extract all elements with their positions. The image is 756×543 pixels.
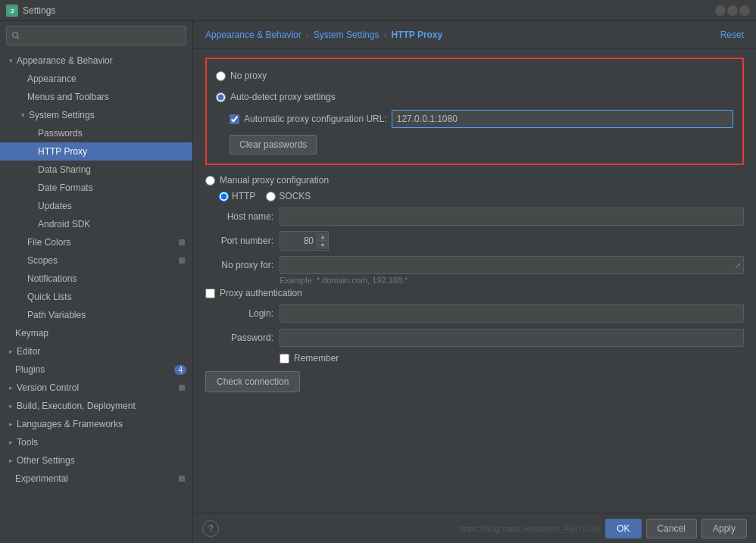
sidebar-item-updates[interactable]: Updates — [0, 197, 192, 215]
sidebar-badge-icon-scopes — [177, 256, 186, 265]
search-input[interactable] — [23, 30, 181, 41]
check-connection-button[interactable]: Check connection — [205, 371, 300, 392]
sidebar-item-experimental[interactable]: Experimental — [0, 470, 192, 488]
auto-url-checkbox[interactable] — [230, 114, 239, 124]
sidebar-item-editor[interactable]: ▸Editor — [0, 342, 192, 360]
expand-arrow-icon: ▸ — [6, 401, 15, 410]
form-area: No proxy Auto-detect proxy settings Auto… — [193, 48, 756, 513]
port-label: Port number: — [205, 236, 273, 246]
proxy-auth-checkbox[interactable] — [205, 289, 215, 298]
svg-line-3 — [17, 37, 20, 39]
app-icon: J — [6, 5, 18, 17]
sidebar-item-label-file-colors: File Colors — [27, 237, 70, 248]
sidebar-item-file-colors[interactable]: File Colors — [0, 233, 192, 251]
sidebar-item-languages-frameworks[interactable]: ▸Languages & Frameworks — [0, 415, 192, 433]
sidebar-item-build-execution-deployment[interactable]: ▸Build, Execution, Deployment — [0, 397, 192, 415]
sidebar-item-android-sdk[interactable]: Android SDK — [0, 215, 192, 233]
expand-arrow-icon: ▸ — [6, 456, 15, 465]
auto-url-input[interactable] — [392, 110, 733, 128]
sidebar-item-label-passwords: Passwords — [38, 128, 83, 139]
no-proxy-radio[interactable] — [216, 71, 226, 81]
sidebar-item-http-proxy[interactable]: HTTP Proxy — [0, 142, 192, 161]
sidebar-item-menus-toolbars[interactable]: Menus and Toolbars — [0, 88, 192, 106]
host-input[interactable] — [280, 208, 744, 226]
proxy-highlight-box: No proxy Auto-detect proxy settings Auto… — [205, 58, 744, 165]
spinbox-up-button[interactable]: ▲ — [317, 232, 328, 241]
close-button[interactable]: × — [739, 5, 750, 16]
sidebar-item-label-path-variables: Path Variables — [27, 310, 86, 320]
sidebar-item-label-android-sdk: Android SDK — [38, 219, 90, 229]
proxy-auth-label[interactable]: Proxy authentication — [220, 288, 302, 298]
hint-text: Example: *.domain.com, 192.168.* — [280, 276, 744, 285]
remember-checkbox[interactable] — [280, 354, 289, 364]
sidebar-item-appearance[interactable]: Appearance — [0, 70, 192, 88]
auto-detect-row: Auto-detect proxy settings — [216, 88, 733, 106]
sidebar-item-label-plugins: Plugins — [15, 364, 45, 375]
collapse-arrow-icon: ▾ — [18, 111, 27, 120]
sidebar-tree: ▾Appearance & BehaviorAppearanceMenus an… — [0, 50, 192, 543]
sidebar-item-other-settings[interactable]: ▸Other Settings — [0, 451, 192, 470]
sidebar-item-label-keymap: Keymap — [15, 328, 48, 339]
sidebar-item-label-date-formats: Date Formats — [38, 183, 93, 193]
expand-icon: ⤢ — [735, 261, 741, 270]
sidebar-item-version-control[interactable]: ▸Version Control — [0, 379, 192, 397]
sidebar-item-date-formats[interactable]: Date Formats — [0, 179, 192, 197]
socks-radio[interactable] — [266, 192, 276, 201]
sidebar-badge-icon-version-control — [177, 383, 186, 392]
sidebar-item-keymap[interactable]: Keymap — [0, 324, 192, 342]
spinbox-down-button[interactable]: ▼ — [317, 241, 328, 249]
minimize-button[interactable]: _ — [715, 5, 726, 16]
login-input[interactable] — [280, 304, 744, 323]
sidebar-item-label-updates: Updates — [38, 201, 72, 211]
main-layout: ▾Appearance & BehaviorAppearanceMenus an… — [0, 21, 756, 543]
password-row: Password: — [205, 327, 744, 348]
host-label: Host name: — [205, 211, 273, 222]
port-spinbox[interactable]: ▲ ▼ — [280, 231, 329, 251]
sidebar-item-passwords[interactable]: Passwords — [0, 124, 192, 142]
collapse-arrow-icon: ▾ — [6, 56, 15, 65]
reset-button[interactable]: Reset — [720, 30, 744, 40]
password-input[interactable] — [280, 329, 744, 347]
no-proxy-label[interactable]: No proxy — [230, 70, 267, 81]
help-button[interactable]: ? — [202, 520, 219, 537]
no-proxy-row: No proxy — [216, 67, 733, 85]
sidebar-item-plugins[interactable]: Plugins4 — [0, 360, 192, 379]
remember-label[interactable]: Remember — [294, 353, 339, 364]
breadcrumb-part1[interactable]: Appearance & Behavior — [205, 30, 301, 40]
sidebar-item-tools[interactable]: ▸Tools — [0, 433, 192, 451]
http-radio-label[interactable]: HTTP — [219, 191, 255, 201]
manual-proxy-radio[interactable] — [205, 176, 215, 186]
sidebar-item-path-variables[interactable]: Path Variables — [0, 306, 192, 324]
http-radio[interactable] — [219, 192, 229, 201]
ok-button[interactable]: OK — [605, 519, 641, 538]
maximize-button[interactable]: □ — [727, 5, 738, 16]
auto-detect-radio[interactable] — [216, 92, 226, 102]
spinbox-buttons: ▲ ▼ — [317, 232, 328, 249]
no-proxy-input[interactable] — [280, 256, 744, 274]
breadcrumb-part2[interactable]: System Settings — [314, 30, 380, 40]
svg-rect-6 — [179, 385, 185, 391]
sidebar-item-quick-lists[interactable]: Quick Lists — [0, 288, 192, 306]
port-input[interactable] — [280, 232, 317, 250]
sidebar-badge-icon-experimental — [177, 474, 186, 483]
sidebar-item-label-menus-toolbars: Menus and Toolbars — [27, 92, 109, 102]
sidebar-item-scopes[interactable]: Scopes — [0, 251, 192, 270]
search-box[interactable] — [6, 26, 186, 45]
sidebar-badge-plugins: 4 — [174, 365, 186, 375]
sidebar-item-data-sharing[interactable]: Data Sharing — [0, 161, 192, 179]
sidebar-item-appearance-behavior[interactable]: ▾Appearance & Behavior — [0, 51, 192, 70]
socks-radio-label[interactable]: SOCKS — [266, 191, 311, 201]
auto-detect-label[interactable]: Auto-detect proxy settings — [230, 92, 336, 102]
expand-arrow-icon: ▸ — [6, 347, 15, 356]
svg-rect-4 — [179, 239, 185, 245]
sidebar-item-system-settings[interactable]: ▾System Settings — [0, 106, 192, 124]
no-proxy-for-row: No proxy for: ⤢ — [205, 254, 744, 276]
clear-passwords-button[interactable]: Clear passwords — [230, 135, 317, 154]
auto-url-label[interactable]: Automatic proxy configuration URL: — [244, 114, 387, 124]
cancel-button[interactable]: Cancel — [646, 519, 697, 538]
auto-url-row: Automatic proxy configuration URL: — [230, 109, 733, 129]
sidebar-item-notifications[interactable]: Notifications — [0, 270, 192, 288]
apply-button[interactable]: Apply — [701, 519, 747, 538]
manual-proxy-label[interactable]: Manual proxy configuration — [220, 175, 329, 186]
expand-arrow-icon: ▸ — [6, 383, 15, 392]
